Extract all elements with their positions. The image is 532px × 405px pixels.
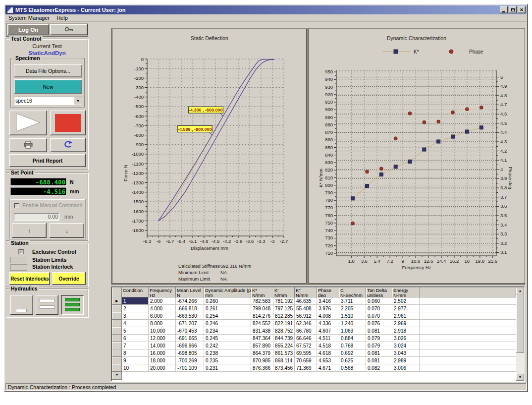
table-cell[interactable]: 782.583: [251, 297, 273, 305]
table-cell[interactable]: -700.269: [176, 357, 204, 364]
row-header[interactable]: [112, 320, 122, 327]
table-row[interactable]: 24.000-666.8180.261799.048797.12555.4083…: [112, 305, 516, 312]
table-cell[interactable]: 14.000: [149, 342, 176, 349]
table-cell[interactable]: 1: [122, 297, 149, 305]
table-cell[interactable]: 2.989: [392, 357, 420, 364]
table-cell[interactable]: 861.573: [273, 349, 295, 357]
table-cell[interactable]: 56.912: [295, 312, 317, 320]
table-cell[interactable]: -701.109: [176, 364, 204, 372]
table-cell[interactable]: 4.518: [317, 342, 339, 349]
table-cell[interactable]: 4.336: [317, 320, 339, 327]
column-header[interactable]: K"N/mm: [295, 288, 317, 297]
table-cell[interactable]: 8: [122, 349, 149, 357]
table-cell[interactable]: 4.008: [317, 312, 339, 320]
print-report-button[interactable]: Print Report: [9, 154, 86, 167]
table-cell[interactable]: 864.379: [251, 349, 273, 357]
table-row[interactable]: ►12.000-674.2660.260782.583781.19246.635…: [112, 297, 516, 305]
table-cell[interactable]: -698.805: [176, 349, 204, 357]
table-cell[interactable]: 67.572: [295, 342, 317, 349]
specimen-select[interactable]: spec16 ▼: [14, 97, 82, 105]
row-header[interactable]: [112, 357, 122, 364]
reset-interlocks-button[interactable]: Reset Interlocks: [9, 272, 50, 285]
table-cell[interactable]: 0.082: [366, 364, 392, 372]
table-row[interactable]: 36.000-669.5300.254814.276812.28556.9124…: [112, 312, 516, 320]
table-cell[interactable]: 876.366: [251, 364, 273, 372]
table-cell[interactable]: 4.653: [317, 357, 339, 364]
table-cell[interactable]: 3: [122, 312, 149, 320]
table-cell[interactable]: 0.079: [366, 342, 392, 349]
table-cell[interactable]: 4.000: [149, 305, 176, 312]
table-cell[interactable]: 1.240: [339, 320, 366, 327]
hydraulics-low-button[interactable]: [36, 295, 58, 315]
table-cell[interactable]: 0.245: [204, 335, 251, 342]
table-cell[interactable]: 10: [122, 364, 149, 372]
scroll-up-button[interactable]: ▲: [516, 288, 524, 294]
table-row[interactable]: 510.000-670.4530.234831.438828.75266.780…: [112, 327, 516, 335]
column-header[interactable]: CN-Sec/mm: [339, 288, 366, 297]
column-header[interactable]: Mean LevelN: [176, 288, 204, 297]
table-cell[interactable]: 870.985: [251, 357, 273, 364]
scroll-down-button[interactable]: ▼: [516, 374, 524, 381]
run-button[interactable]: [9, 111, 47, 135]
table-cell[interactable]: 814.276: [251, 312, 273, 320]
row-header[interactable]: [112, 349, 122, 357]
table-row[interactable]: 918.000-700.2690.235870.985868.11470.659…: [112, 357, 516, 364]
table-cell[interactable]: 3.976: [317, 305, 339, 312]
table-cell[interactable]: 855.224: [273, 342, 295, 349]
enable-manual-command-checkbox[interactable]: [14, 203, 19, 208]
table-cell[interactable]: 6.000: [149, 312, 176, 320]
table-cell[interactable]: 0.060: [366, 297, 392, 305]
table-cell[interactable]: 0.081: [366, 349, 392, 357]
table-row[interactable]: *: [112, 372, 516, 380]
table-cell[interactable]: 9: [122, 357, 149, 364]
override-button[interactable]: Override: [52, 272, 86, 285]
close-button[interactable]: ✕: [518, 6, 526, 13]
table-cell[interactable]: 3.416: [317, 297, 339, 305]
table-cell[interactable]: 3.006: [392, 364, 420, 372]
table-cell[interactable]: 5: [122, 327, 149, 335]
table-cell[interactable]: 62.346: [295, 320, 317, 327]
table-cell[interactable]: 0.076: [366, 320, 392, 327]
jog-up-button[interactable]: ↑: [12, 223, 47, 238]
print-button[interactable]: [9, 138, 47, 152]
table-cell[interactable]: 812.285: [273, 312, 295, 320]
table-cell[interactable]: 71.369: [295, 364, 317, 372]
table-cell[interactable]: 844.739: [273, 335, 295, 342]
stop-button[interactable]: [50, 111, 86, 135]
scroll-thumb[interactable]: [516, 294, 524, 353]
column-header[interactable]: K'N/mm: [273, 288, 295, 297]
table-cell[interactable]: 2.961: [392, 312, 420, 320]
table-cell[interactable]: 66.780: [295, 327, 317, 335]
table-cell[interactable]: 0.070: [366, 305, 392, 312]
row-header[interactable]: [112, 342, 122, 349]
table-cell[interactable]: 0.692: [339, 349, 366, 357]
table-cell[interactable]: -669.530: [176, 312, 204, 320]
table-cell[interactable]: 1.510: [339, 312, 366, 320]
table-cell[interactable]: 828.752: [273, 327, 295, 335]
table-cell[interactable]: 0.254: [204, 312, 251, 320]
table-cell[interactable]: 0.768: [339, 342, 366, 349]
table-cell[interactable]: 857.890: [251, 342, 273, 349]
table-cell[interactable]: -666.818: [176, 305, 204, 312]
column-header[interactable]: Tan Deltaunitless: [366, 288, 392, 297]
table-cell[interactable]: -670.453: [176, 327, 204, 335]
table-row[interactable]: 714.000-696.9660.242857.890855.22467.572…: [112, 342, 516, 349]
table-cell[interactable]: 70.659: [295, 357, 317, 364]
table-cell[interactable]: 3.026: [392, 335, 420, 342]
table-row[interactable]: 612.000-691.6650.245847.364844.73966.646…: [112, 335, 516, 342]
exclusive-control-checkbox[interactable]: ✓: [18, 249, 24, 254]
table-cell[interactable]: 0.238: [204, 349, 251, 357]
table-cell[interactable]: -691.665: [176, 335, 204, 342]
table-cell[interactable]: 0.235: [204, 357, 251, 364]
table-cell[interactable]: 0.884: [339, 335, 366, 342]
dropdown-button[interactable]: ▼: [74, 97, 82, 105]
table-cell[interactable]: 847.364: [251, 335, 273, 342]
table-cell[interactable]: 2.977: [392, 305, 420, 312]
table-cell[interactable]: 822.191: [273, 320, 295, 327]
table-cell[interactable]: 0.070: [366, 312, 392, 320]
row-header[interactable]: [112, 335, 122, 342]
table-cell[interactable]: 66.646: [295, 335, 317, 342]
table-cell[interactable]: -671.207: [176, 320, 204, 327]
table-cell[interactable]: 873.456: [273, 364, 295, 372]
column-header[interactable]: Dynamic Amplitude (p-p)mm: [204, 288, 251, 297]
